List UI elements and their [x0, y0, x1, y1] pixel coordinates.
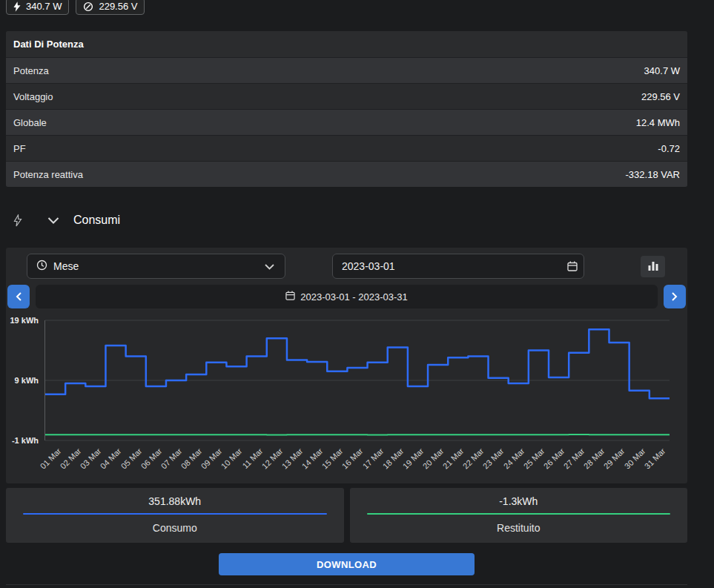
voltage-badge: 229.56 V: [76, 0, 145, 15]
x-axis-label: 28 Mar: [582, 446, 606, 471]
x-axis-label: 19 Mar: [401, 446, 426, 471]
chart-plot: [45, 320, 670, 440]
voltage-icon: [83, 1, 93, 12]
x-axis-label: 06 Mar: [139, 446, 164, 471]
x-axis-label: 17 Mar: [360, 446, 385, 471]
table-row: Potenza 340.7 W: [6, 57, 687, 83]
row-value: 12.4 MWh: [636, 117, 680, 128]
consumi-section-header: Consumi: [6, 205, 687, 235]
x-axis-label: 10 Mar: [219, 446, 244, 471]
bar-chart-icon: [648, 262, 658, 271]
consumo-color-bar: [23, 513, 327, 515]
power-card-title: Dati Di Potenza: [6, 31, 687, 57]
date-range-text: 2023-03-01 - 2023-03-31: [300, 291, 408, 303]
clock-icon: [36, 260, 47, 273]
power-data-card: Dati Di Potenza Potenza 340.7 W Voltaggi…: [6, 31, 687, 187]
row-label: Potenza reattiva: [13, 169, 83, 180]
restituito-total-label: Restituito: [350, 522, 688, 534]
x-axis-label: 16 Mar: [340, 446, 365, 471]
consumo-total-label: Consumo: [6, 522, 344, 534]
restituito-color-bar: [367, 513, 671, 515]
x-axis-label: 05 Mar: [119, 446, 143, 471]
collapse-toggle-button[interactable]: [44, 214, 62, 227]
power-badge: 340.7 W: [6, 0, 69, 15]
date-field[interactable]: [332, 254, 584, 279]
row-value: 340.7 W: [644, 65, 680, 76]
section-title: Consumi: [73, 214, 120, 227]
x-axis-label: 12 Mar: [260, 446, 284, 471]
next-period-button[interactable]: [664, 285, 686, 308]
next-section-header: Voltaggio: [6, 584, 687, 588]
period-select[interactable]: Mese: [27, 254, 285, 279]
row-value: 229.56 V: [641, 91, 680, 102]
date-input[interactable]: [333, 254, 567, 278]
x-axis-label: 01 Mar: [39, 446, 63, 471]
x-axis-label: 29 Mar: [602, 446, 627, 471]
lightning-outline-icon: [13, 214, 22, 227]
x-axis-label: 22 Mar: [461, 446, 486, 471]
consumo-total-value: 351.88kWh: [6, 495, 344, 507]
x-axis-label: 21 Mar: [441, 446, 466, 471]
x-axis-label: 07 Mar: [159, 446, 184, 471]
previous-period-button[interactable]: [7, 285, 30, 308]
x-axis-label: 30 Mar: [622, 446, 647, 471]
x-axis-label: 03 Mar: [79, 446, 103, 471]
table-row: Globale 12.4 MWh: [6, 109, 687, 135]
x-axis-label: 27 Mar: [562, 446, 586, 471]
y-axis-tick: 9 kWh: [15, 376, 39, 385]
row-label: Potenza: [13, 65, 49, 76]
x-axis-label: 25 Mar: [522, 446, 546, 471]
row-label: Globale: [13, 117, 47, 128]
x-axis-label: 18 Mar: [380, 446, 405, 471]
x-axis-label: 14 Mar: [300, 446, 325, 471]
chart-totals: 351.88kWh Consumo -1.3kWh Restituito: [6, 488, 687, 543]
calendar-icon: [285, 291, 295, 303]
row-label: PF: [13, 143, 26, 154]
status-badges: 340.7 W 229.56 V: [6, 0, 687, 15]
restituito-total-value: -1.3kWh: [350, 495, 688, 507]
x-axis-label: 31 Mar: [643, 446, 667, 471]
voltage-badge-value: 229.56 V: [99, 1, 137, 12]
consumo-total-card: 351.88kWh Consumo: [6, 488, 344, 543]
consumption-chart: 19 kWh9 kWh-1 kWh 01 Mar02 Mar03 Mar04 M…: [44, 320, 670, 440]
period-select-value: Mese: [53, 260, 79, 272]
x-axis-label: 26 Mar: [542, 446, 566, 471]
consumption-chart-card: Mese: [6, 248, 687, 483]
x-axis-label: 23 Mar: [481, 446, 506, 471]
date-range-navigation: 2023-03-01 - 2023-03-31: [7, 285, 686, 308]
x-axis-label: 20 Mar: [421, 446, 446, 471]
table-row: PF -0.72: [6, 135, 687, 161]
table-row: Potenza reattiva -332.18 VAR: [6, 161, 687, 187]
chevron-down-icon: [265, 260, 274, 272]
x-axis-label: 09 Mar: [199, 446, 224, 471]
x-axis-label: 02 Mar: [59, 446, 83, 471]
power-badge-value: 340.7 W: [26, 1, 62, 12]
chart-controls: Mese: [27, 254, 665, 279]
row-label: Voltaggio: [13, 91, 53, 102]
calendar-icon[interactable]: [567, 261, 578, 271]
page: 340.7 W 229.56 V Dati Di Potenza Potenza…: [0, 0, 714, 588]
download-button[interactable]: DOWNLOAD: [219, 553, 475, 575]
x-axis-label: 13 Mar: [280, 446, 305, 471]
y-axis-tick: 19 kWh: [10, 316, 39, 325]
row-value: -332.18 VAR: [626, 169, 680, 180]
lightning-icon: [13, 1, 21, 12]
x-axis-label: 08 Mar: [179, 446, 204, 471]
date-range-label: 2023-03-01 - 2023-03-31: [36, 285, 658, 308]
x-axis: 01 Mar02 Mar03 Mar04 Mar05 Mar06 Mar07 M…: [45, 440, 670, 482]
restituito-total-card: -1.3kWh Restituito: [350, 488, 688, 543]
chart-type-button[interactable]: [641, 256, 665, 277]
row-value: -0.72: [658, 143, 680, 154]
y-axis-tick: -1 kWh: [12, 436, 39, 445]
x-axis-label: 15 Mar: [320, 446, 345, 471]
x-axis-label: 24 Mar: [501, 446, 526, 471]
y-axis: 19 kWh9 kWh-1 kWh: [8, 320, 41, 440]
x-axis-label: 04 Mar: [99, 446, 123, 471]
table-row: Voltaggio 229.56 V: [6, 83, 687, 109]
x-axis-label: 11 Mar: [240, 446, 264, 470]
